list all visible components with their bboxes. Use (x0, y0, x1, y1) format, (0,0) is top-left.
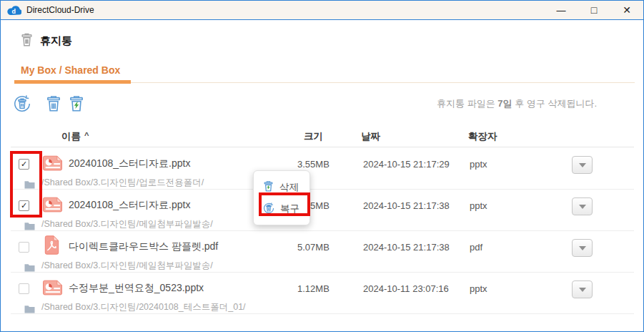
row-checkbox[interactable]: ✓ (19, 159, 29, 170)
file-name[interactable]: 다이렉트클라우드박스 팜플렛.pdf (69, 240, 218, 253)
pptx-file-icon (42, 155, 63, 174)
close-button[interactable]: ✕ (610, 1, 643, 19)
file-date: 2024-10-15 21:17:29 (363, 159, 450, 170)
row-actions-dropdown[interactable] (572, 197, 593, 215)
file-path: /Shared Box/3.디자인팀/20240108_테스트폴더_01/ (41, 301, 246, 313)
table-row: 수정부분_번역요청_0523.pptx 1.12MB 2024-10-11 23… (1, 273, 643, 314)
page-title: 휴지통 (40, 34, 72, 48)
context-menu: 삭제 복구 (253, 170, 310, 225)
context-menu-delete-label: 삭제 (279, 181, 299, 194)
file-size: 3.55MB (297, 159, 330, 170)
page-header: 휴지통 (20, 32, 72, 50)
header-name[interactable]: 이름 (61, 130, 81, 143)
divider (11, 313, 634, 314)
trash-retention-notice: 휴지통 파일은 7일 후 영구 삭제됩니다. (437, 97, 597, 110)
row-actions-dropdown[interactable] (572, 280, 593, 298)
context-menu-delete[interactable]: 삭제 (254, 177, 309, 198)
directcloud-logo-icon: d (7, 5, 21, 16)
folder-icon (24, 303, 35, 316)
app-window: d DirectCloud-Drive — □ ✕ 휴지통 My Box / S… (0, 0, 644, 332)
pptx-file-icon (42, 280, 63, 298)
file-ext: pptx (470, 159, 487, 170)
file-path: /Shared Box/3.디자인팀/메일첨부파일발송/ (41, 260, 213, 272)
title-bar: d DirectCloud-Drive — □ ✕ (1, 1, 643, 20)
file-name[interactable]: 20240108_스터디자료.pptx (69, 157, 190, 170)
file-name[interactable]: 수정부분_번역요청_0523.pptx (69, 282, 204, 295)
chevron-down-icon (579, 246, 586, 250)
header-size[interactable]: 크기 (304, 130, 323, 143)
file-path: /Shared Box/3.디자인팀/업로드전용폴더/ (41, 177, 204, 189)
row-actions-dropdown[interactable] (572, 156, 593, 174)
divider (11, 147, 634, 147)
file-name[interactable]: 20240108_스터디자료.pptx (69, 199, 190, 212)
chevron-down-icon (579, 288, 586, 292)
delete-trash-icon (262, 180, 274, 195)
pptx-file-icon (42, 197, 63, 215)
tab-mybox-sharedbox[interactable]: My Box / Shared Box (21, 64, 120, 76)
purge-trash-icon[interactable] (66, 94, 86, 114)
file-date: 2024-10-15 21:17:38 (363, 200, 450, 211)
file-ext: pptx (470, 283, 487, 294)
restore-trash-icon[interactable] (12, 94, 32, 114)
header-ext[interactable]: 확장자 (468, 130, 497, 143)
row-checkbox[interactable] (19, 242, 29, 253)
chevron-down-icon (579, 205, 586, 209)
table-row: ✓ 20240108_스터디자료.pptx 3.55MB 2024-10-15 … (1, 148, 643, 190)
svg-text:d: d (11, 7, 16, 14)
maximize-button[interactable]: □ (578, 1, 610, 19)
file-date: 2024-10-11 23:07:16 (363, 283, 449, 294)
file-size: 1.12MB (297, 283, 330, 294)
row-checkbox[interactable] (19, 283, 29, 294)
row-checkbox[interactable]: ✓ (19, 200, 29, 211)
pdf-file-icon (44, 235, 59, 258)
delete-trash-icon[interactable] (44, 94, 64, 114)
restore-trash-icon (262, 202, 275, 217)
minimize-button[interactable]: — (545, 1, 578, 19)
table-header-row: 이름 ^ 크기 날짜 확장자 (1, 126, 643, 147)
context-menu-restore-label: 복구 (280, 202, 299, 215)
table-row: 다이렉트클라우드박스 팜플렛.pdf 5.07MB 2024-10-15 21:… (1, 231, 643, 273)
trash-page-icon (20, 32, 34, 50)
sort-asc-icon: ^ (84, 131, 89, 140)
header-date[interactable]: 날짜 (361, 130, 380, 143)
file-date: 2024-10-15 21:17:38 (363, 242, 450, 253)
chevron-down-icon (579, 163, 586, 167)
file-path: /Shared Box/3.디자인팀/메일첨부파일발송/ (41, 218, 213, 230)
file-size: 5.07MB (297, 242, 330, 253)
table-row: ✓ 20240108_스터디자료.pptx 3.55MB 2024-10-15 … (1, 190, 643, 231)
row-actions-dropdown[interactable] (572, 239, 593, 257)
file-ext: pptx (470, 200, 487, 211)
tab-active-underline (14, 80, 131, 84)
context-menu-restore[interactable]: 복구 (254, 198, 309, 220)
window-controls: — □ ✕ (545, 1, 643, 19)
file-ext: pdf (470, 242, 482, 253)
window-title: DirectCloud-Drive (26, 5, 94, 15)
